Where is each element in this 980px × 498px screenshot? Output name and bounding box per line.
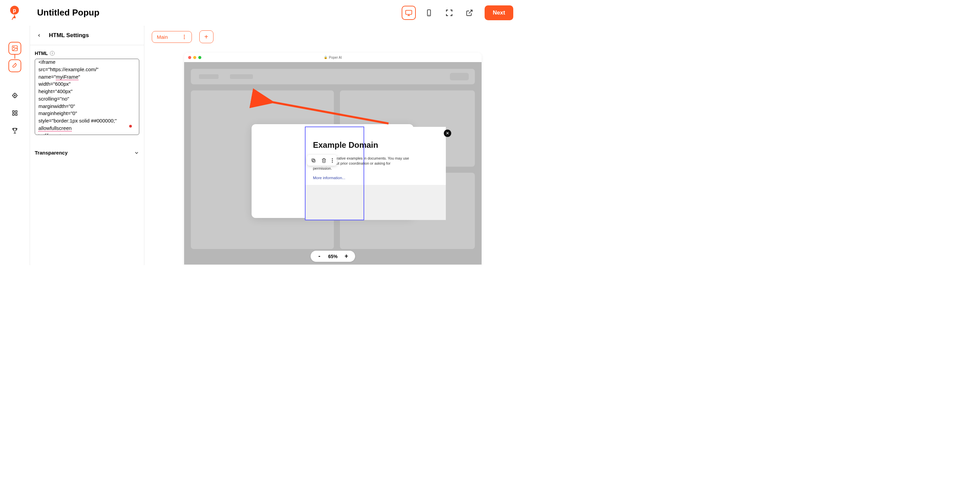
browser-url: 🔒 Poper AI bbox=[324, 56, 342, 59]
rail-trophy-icon[interactable] bbox=[8, 124, 21, 137]
popup-close-button[interactable]: ✕ bbox=[444, 129, 451, 137]
mobile-view-button[interactable] bbox=[422, 6, 436, 20]
app-header: p Untitled Popup Next bbox=[0, 0, 521, 26]
rail-puzzle-icon[interactable] bbox=[8, 107, 21, 120]
element-selection-box[interactable] bbox=[305, 126, 364, 220]
external-link-button[interactable] bbox=[462, 6, 477, 20]
step-more-icon[interactable] bbox=[182, 35, 187, 39]
html-label-text: HTML bbox=[35, 51, 48, 56]
info-icon[interactable]: i bbox=[50, 51, 55, 56]
panel-header: HTML Settings bbox=[30, 26, 144, 45]
step-main[interactable]: Main bbox=[152, 31, 192, 43]
html-field-label: HTML i bbox=[35, 51, 139, 56]
rail-target-icon[interactable] bbox=[8, 89, 21, 102]
zoom-out-button[interactable]: - bbox=[317, 253, 322, 260]
trash-icon[interactable] bbox=[321, 158, 326, 163]
traffic-green-icon bbox=[198, 56, 201, 59]
steps-row: Main + bbox=[152, 30, 514, 44]
step-main-label: Main bbox=[157, 34, 168, 40]
svg-line-2 bbox=[12, 18, 13, 19]
next-button[interactable]: Next bbox=[485, 5, 513, 20]
traffic-red-icon bbox=[188, 56, 191, 59]
chevron-down-icon bbox=[134, 150, 139, 156]
fullscreen-button[interactable] bbox=[442, 6, 456, 20]
element-toolbar bbox=[307, 155, 337, 166]
copy-icon[interactable] bbox=[311, 158, 316, 163]
browser-preview: 🔒 Poper AI bbox=[184, 53, 482, 265]
svg-point-10 bbox=[13, 47, 14, 48]
rail-image-icon[interactable] bbox=[8, 42, 21, 55]
transparency-section[interactable]: Transparency bbox=[35, 144, 139, 159]
rail-brush-icon[interactable] bbox=[8, 59, 21, 72]
zoom-value: 65% bbox=[328, 254, 337, 259]
header-controls: Next bbox=[402, 5, 513, 20]
svg-rect-18 bbox=[312, 159, 315, 161]
svg-line-8 bbox=[469, 10, 472, 13]
traffic-yellow-icon bbox=[193, 56, 196, 59]
traffic-lights bbox=[188, 56, 201, 59]
browser-titlebar: 🔒 Poper AI bbox=[184, 53, 482, 62]
svg-rect-3 bbox=[406, 10, 412, 14]
transparency-label: Transparency bbox=[35, 150, 68, 156]
settings-panel: HTML Settings HTML i <iframesrc="https:/… bbox=[30, 26, 144, 265]
toolbar-more-icon[interactable] bbox=[332, 158, 333, 163]
svg-point-11 bbox=[13, 93, 17, 97]
desktop-view-button[interactable] bbox=[402, 6, 416, 20]
lock-icon: 🔒 bbox=[324, 56, 328, 59]
zoom-controls: - 65% + bbox=[310, 251, 355, 262]
zoom-in-button[interactable]: + bbox=[344, 253, 349, 260]
app-logo: p bbox=[8, 5, 21, 20]
browser-url-text: Poper AI bbox=[329, 56, 342, 59]
back-button[interactable] bbox=[34, 30, 44, 40]
svg-rect-17 bbox=[313, 160, 315, 162]
skeleton-navbar bbox=[191, 69, 475, 85]
page-title[interactable]: Untitled Popup bbox=[37, 7, 100, 18]
add-step-button[interactable]: + bbox=[199, 30, 213, 43]
left-rail bbox=[0, 26, 30, 265]
browser-viewport[interactable]: ✕ Example Domain for use in illustrative… bbox=[184, 62, 482, 265]
html-textarea[interactable]: <iframesrc="https://example.com/"name="m… bbox=[35, 59, 139, 135]
panel-title: HTML Settings bbox=[49, 32, 89, 39]
canvas-area: Main + 🔒 Poper AI bbox=[144, 26, 521, 265]
grammarly-dot-icon bbox=[129, 125, 132, 128]
svg-point-12 bbox=[14, 95, 15, 96]
svg-text:p: p bbox=[13, 7, 16, 13]
